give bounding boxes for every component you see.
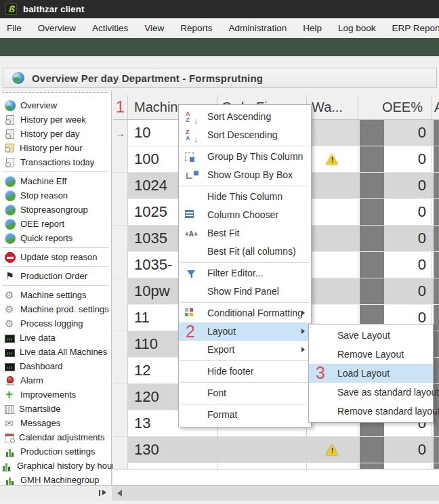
menu-item-show-group-by-box[interactable]: Show Group By Box	[179, 166, 311, 184]
sidebar-item-live-data[interactable]: Live data	[0, 331, 111, 345]
menu-help[interactable]: Help	[295, 18, 330, 38]
sidebar-item-calendar-adjustments[interactable]: Calendar adjustments	[0, 430, 111, 444]
sidebar-item-stop-reason[interactable]: Stop reason	[0, 188, 111, 203]
menu-item-group-by-this-column[interactable]: Group By This Column	[179, 148, 311, 166]
menu-activities[interactable]: Activities	[84, 18, 136, 38]
toolbar-strip	[0, 38, 439, 56]
menu-item-export[interactable]: Export	[179, 341, 311, 359]
sidebar-item-history-per-hour[interactable]: History per hour	[0, 141, 111, 155]
sidebar-item-machine-settings[interactable]: Machine settings	[0, 288, 111, 302]
column-header-warning[interactable]: Wa...	[307, 95, 358, 119]
sidebar-item-live-data-all-machines[interactable]: Live data All Machines	[0, 345, 111, 359]
sidebar-item-quick-reports[interactable]: Quick reports	[0, 231, 111, 245]
checkered-flag-icon	[5, 271, 16, 282]
menu-item-best-fit[interactable]: Best Fit	[179, 224, 311, 243]
globe-icon	[5, 100, 16, 111]
report-sphere-icon	[5, 205, 16, 215]
sidebar-item-improvements[interactable]: Improvements	[0, 387, 111, 402]
window-title: balthzar client	[23, 4, 84, 14]
sidebar-item-messages[interactable]: Messages	[0, 416, 111, 430]
sidebar: Overview History per week History per da…	[0, 91, 112, 485]
oee-bar	[434, 120, 439, 146]
sidebar-item-machine-prod-settings[interactable]: Machine prod. settings	[0, 302, 111, 316]
menu-reports[interactable]: Reports	[172, 18, 220, 38]
table-row[interactable]: 130 0	[113, 437, 439, 463]
sidebar-item-transactions-today[interactable]: Transactions today	[0, 155, 111, 169]
sidebar-item-alarm[interactable]: Alarm	[0, 373, 111, 387]
sidebar-separator	[2, 285, 109, 286]
menu-view[interactable]: View	[136, 18, 172, 38]
menu-file[interactable]: File	[0, 18, 30, 38]
sidebar-drag-handle[interactable]	[3, 92, 108, 96]
bar-chart-icon	[5, 446, 16, 457]
oee-bar	[434, 437, 439, 463]
machine-id: 1035	[128, 230, 167, 247]
sidebar-item-smartslide[interactable]: Smartslide	[0, 402, 111, 416]
globe-icon	[12, 72, 24, 84]
menu-separator	[180, 186, 310, 186]
menu-item-hide-footer[interactable]: Hide footer	[179, 362, 311, 381]
monitor-icon	[5, 349, 15, 357]
sort-descending-icon	[185, 129, 200, 142]
menu-item-remove-standard-layout[interactable]: Remove standard layout	[309, 402, 433, 421]
sidebar-item-overview[interactable]: Overview	[0, 98, 111, 112]
sidebar-item-graphical-history-by-hour[interactable]: Graphical history by hour	[0, 459, 111, 473]
sidebar-item-stopreasongroup[interactable]: Stopreasongroup	[0, 203, 111, 217]
machine-id: 1025	[128, 203, 167, 221]
menu-item-font[interactable]: Font	[179, 384, 311, 402]
menu-log-book[interactable]: Log book	[330, 18, 384, 38]
column-header-oee[interactable]: OEE%	[358, 95, 432, 119]
scroll-left-arrow-icon[interactable]	[114, 488, 125, 498]
document-clock-icon	[6, 158, 14, 167]
menu-item-format[interactable]: Format	[179, 406, 311, 424]
page-title: Overview Per day Department - Formsprutn…	[32, 72, 263, 84]
menu-item-remove-layout[interactable]: Remove Layout	[309, 345, 433, 364]
menu-item-filter-editor[interactable]: Filter Editor...	[179, 264, 311, 282]
machine-id: 13	[128, 415, 150, 432]
menu-erp-reporting[interactable]: ERP Reporting	[383, 18, 439, 38]
sidebar-item-update-stop-reason[interactable]: Update stop reason	[0, 250, 111, 264]
oee-bar	[434, 463, 439, 469]
column-header-extra[interactable]: A	[432, 95, 439, 119]
sidebar-item-history-per-day[interactable]: History per day	[0, 127, 111, 141]
machine-id: 1035-	[128, 256, 172, 274]
sidebar-item-history-per-week[interactable]: History per week	[0, 112, 111, 127]
menu-item-best-fit-all-columns[interactable]: Best Fit (all columns)	[179, 243, 311, 261]
application-window: balthzar client File Overview Activities…	[0, 0, 439, 504]
menu-separator	[180, 262, 310, 263]
oee-bar	[360, 226, 384, 251]
horizontal-scrollbar[interactable]	[112, 485, 439, 501]
machine-id: 110	[128, 335, 158, 353]
menu-item-column-chooser[interactable]: Column Chooser	[179, 206, 311, 224]
conditional-formatting-icon	[185, 308, 193, 316]
monitor-icon	[5, 363, 15, 371]
sidebar-item-machine-eff[interactable]: Machine Eff	[0, 174, 111, 188]
menu-item-save-layout[interactable]: Save Layout	[309, 326, 433, 345]
menu-item-sort-ascending[interactable]: Sort Ascending	[179, 108, 311, 126]
menu-overview[interactable]: Overview	[30, 18, 84, 38]
group-by-box-icon	[185, 169, 200, 182]
oee-bar	[360, 278, 384, 304]
oee-bar	[360, 463, 384, 469]
menu-item-load-layout[interactable]: 3Load Layout	[309, 364, 433, 383]
menu-item-layout[interactable]: 2Layout	[179, 322, 311, 341]
bar-chart-icon	[5, 475, 16, 486]
title-bar: balthzar client	[0, 0, 439, 18]
menu-item-hide-this-column[interactable]: Hide This Column	[179, 188, 311, 206]
menu-item-sort-descending[interactable]: Sort Descending	[179, 126, 311, 144]
sidebar-item-oee-report[interactable]: OEE report	[0, 217, 111, 231]
bar-chart-icon	[1, 461, 12, 471]
menu-item-show-find-panel[interactable]: Show Find Panel	[179, 282, 311, 301]
oee-value: 0	[418, 203, 426, 221]
sidebar-expand-button[interactable]	[98, 488, 108, 498]
sidebar-item-production-order[interactable]: Production Order	[0, 269, 111, 283]
menu-administration[interactable]: Administration	[221, 18, 295, 38]
menu-item-conditional-formatting[interactable]: Conditional Formatting	[179, 304, 311, 322]
report-sphere-icon	[5, 190, 16, 201]
sidebar-separator	[2, 247, 109, 248]
report-sphere-icon	[5, 176, 16, 187]
sidebar-item-production-settings[interactable]: Production settings	[0, 444, 111, 459]
sidebar-item-dashboard[interactable]: Dashboard	[0, 359, 111, 373]
menu-item-save-as-standard-layout[interactable]: Save as standard layout	[309, 383, 433, 402]
sidebar-item-process-logging[interactable]: Process logging	[0, 316, 111, 331]
